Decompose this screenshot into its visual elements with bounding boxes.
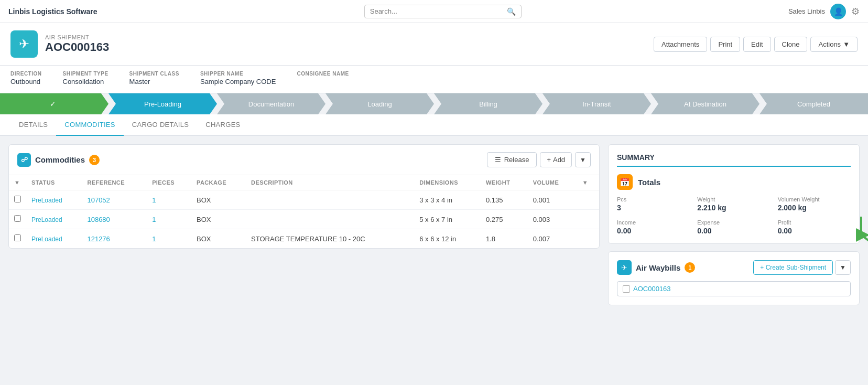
row-reference[interactable]: 108680 <box>82 210 147 229</box>
clone-button[interactable]: Clone <box>774 37 808 52</box>
commodities-table-header: ☍ Commodities 3 ☰ Release + Add ▼ <box>9 145 599 175</box>
tab-charges[interactable]: CHARGES <box>197 114 248 136</box>
step-atdestination-label: At Destination <box>684 100 726 108</box>
step-documentation[interactable]: Documentation <box>217 93 326 114</box>
step-documentation-label: Documentation <box>248 100 294 108</box>
totals-section-label: Totals <box>638 178 660 187</box>
income-label: Income <box>617 219 690 226</box>
waybill-link-item[interactable]: AOC000163 <box>617 281 851 296</box>
shipment-id-block: AIR SHIPMENT AOC000163 <box>45 34 109 54</box>
commodities-count-badge: 3 <box>89 155 100 165</box>
waybills-card: ✈ Air Waybills 1 + Create Sub-Shipment ▼… <box>608 251 860 305</box>
row-actions <box>577 190 599 210</box>
row-dimensions: 5 x 6 x 7 in <box>414 210 481 229</box>
search-icon: 🔍 <box>507 7 516 16</box>
search-input[interactable] <box>370 7 507 15</box>
table-dropdown-button[interactable]: ▼ <box>575 152 591 167</box>
row-checkbox-cell[interactable] <box>9 190 26 210</box>
create-sub-shipment-button[interactable]: + Create Sub-Shipment <box>753 260 833 275</box>
row-volume: 0.001 <box>528 190 577 210</box>
waybill-checkbox[interactable] <box>623 285 630 293</box>
col-actions-header[interactable]: ▼ <box>577 175 599 190</box>
step-intransit-label: In-Transit <box>582 100 611 108</box>
totals-grid: Pcs 3 Weight 2.210 kg Volumen Weight 2.0… <box>617 196 851 235</box>
row-weight: 1.8 <box>481 229 528 249</box>
row-reference[interactable]: 107052 <box>82 190 147 210</box>
commodities-panel: ☍ Commodities 3 ☰ Release + Add ▼ <box>8 144 600 249</box>
brand-name: Linbis Logistics Software <box>8 7 97 16</box>
waybill-icon: ✈ <box>617 260 632 275</box>
waybills-title-row: ✈ Air Waybills 1 <box>617 260 695 275</box>
commodities-label: Commodities <box>35 155 85 164</box>
col-description: DESCRIPTION <box>246 175 414 190</box>
row-description <box>246 210 414 229</box>
table-row: PreLoaded 121276 1 BOX STORAGE TEMPERATU… <box>9 229 599 249</box>
pcs-value: 3 <box>617 204 690 212</box>
table-row: PreLoaded 107052 1 BOX 3 x 3 x 4 in 0.13… <box>9 190 599 210</box>
col-package: PACKAGE <box>191 175 246 190</box>
shipment-type-value: Consolidation <box>63 78 108 85</box>
totals-header: 📅 Totals <box>617 174 851 190</box>
actions-button[interactable]: Actions ▼ <box>810 37 858 52</box>
waybills-dropdown-button[interactable]: ▼ <box>835 260 851 275</box>
chevron-down-icon: ▼ <box>14 179 20 186</box>
row-description <box>246 190 414 210</box>
edit-button[interactable]: Edit <box>743 37 771 52</box>
step-completed[interactable]: Completed <box>760 93 868 114</box>
totals-icon: 📅 <box>617 174 633 190</box>
step-atdestination[interactable]: At Destination <box>651 93 760 114</box>
progress-bar: ✓ Pre-Loading Documentation Loading Bill… <box>0 93 868 114</box>
summary-title: SUMMARY <box>617 153 851 167</box>
step-preloading-label: Pre-Loading <box>144 100 181 108</box>
print-button[interactable]: Print <box>710 37 740 52</box>
shipment-actions: Attachments Print Edit Clone Actions ▼ <box>654 37 858 52</box>
step-billing-label: Billing <box>479 100 497 108</box>
row-weight: 0.135 <box>481 190 528 210</box>
row-checkbox[interactable] <box>14 215 21 222</box>
top-nav: Linbis Logistics Software 🔍 Sales Linbis… <box>0 0 868 23</box>
release-button[interactable]: ☰ Release <box>487 152 537 167</box>
shipper-name-value: Sample Company CODE <box>200 78 276 85</box>
shipment-label: AIR SHIPMENT <box>45 34 109 40</box>
col-check-all[interactable]: ▼ <box>9 175 26 190</box>
tab-details[interactable]: DETAILS <box>10 114 56 136</box>
step-intransit[interactable]: In-Transit <box>542 93 651 114</box>
row-reference[interactable]: 121276 <box>82 229 147 249</box>
weight-label: Weight <box>697 196 770 202</box>
right-panel: SUMMARY 📅 Totals Pcs 3 Weight 2.210 kg V… <box>608 144 860 305</box>
row-actions <box>577 210 599 229</box>
total-pcs: Pcs 3 <box>617 196 690 212</box>
chevron-down-icon: ▼ <box>843 40 850 48</box>
row-volume: 0.003 <box>528 210 577 229</box>
total-vol-weight: Volumen Weight 2.000 kg <box>778 196 851 212</box>
gear-icon[interactable]: ⚙ <box>851 6 860 17</box>
profit-label: Profit <box>778 219 851 226</box>
check-icon: ✓ <box>50 100 56 108</box>
step-done[interactable]: ✓ <box>0 93 108 114</box>
step-preloading[interactable]: Pre-Loading <box>108 93 217 114</box>
search-box[interactable]: 🔍 <box>364 5 522 18</box>
actions-label: Actions <box>818 40 841 48</box>
step-loading[interactable]: Loading <box>326 93 434 114</box>
row-checkbox[interactable] <box>14 234 21 241</box>
row-pieces: 1 <box>147 229 191 249</box>
tab-cargo-details[interactable]: CARGO DETAILS <box>124 114 197 136</box>
meta-direction: DIRECTION Outbound <box>10 71 42 85</box>
row-checkbox-cell[interactable] <box>9 210 26 229</box>
row-weight: 0.275 <box>481 210 528 229</box>
shipment-header-left: ✈ AIR SHIPMENT AOC000163 <box>10 30 109 58</box>
row-dimensions: 6 x 6 x 12 in <box>414 229 481 249</box>
attachments-button[interactable]: Attachments <box>654 37 707 52</box>
row-checkbox-cell[interactable] <box>9 229 26 249</box>
avatar: 👤 <box>830 4 846 19</box>
row-package: BOX <box>191 229 246 249</box>
vol-weight-label: Volumen Weight <box>778 196 851 202</box>
meta-shipment-type: SHIPMENT TYPE Consolidation <box>63 71 108 85</box>
tab-commodities[interactable]: COMMODITIES <box>56 114 123 136</box>
step-billing[interactable]: Billing <box>434 93 542 114</box>
col-volume: VOLUME <box>528 175 577 190</box>
main-content: ☍ Commodities 3 ☰ Release + Add ▼ <box>0 136 868 314</box>
add-button[interactable]: + Add <box>540 152 572 167</box>
row-checkbox[interactable] <box>14 196 21 202</box>
shipment-type-icon: ✈ <box>10 30 38 58</box>
